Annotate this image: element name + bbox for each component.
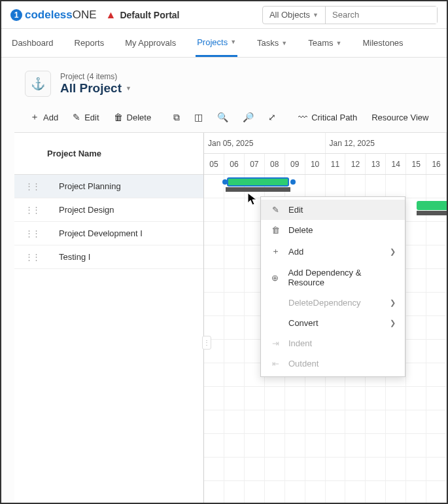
- cm-edit[interactable]: ✎Edit: [261, 200, 405, 220]
- day-header-cell: 07: [245, 154, 265, 174]
- edit-button[interactable]: ✎Edit: [67, 109, 104, 125]
- cm-label: Add: [288, 247, 303, 257]
- day-header-cell: 10: [305, 154, 326, 174]
- task-name: Testing I: [59, 252, 90, 262]
- add-button[interactable]: ＋Add: [25, 109, 63, 126]
- day-header-cell: 06: [224, 154, 245, 174]
- day-header-cell: 13: [366, 154, 386, 174]
- cm-add-dependency[interactable]: ⊕Add Dependency & Resource: [261, 262, 405, 293]
- pane-splitter[interactable]: [204, 133, 209, 503]
- context-menu: ✎Edit 🗑Delete ＋Add❯ ⊕Add Dependency & Re…: [260, 196, 405, 377]
- toolbar: ＋Add ✎Edit 🗑Delete ⧉ ◫ 🔍 🔎 ⤢ 〰Critical P…: [14, 105, 447, 132]
- search-group: All Objects ▼: [262, 6, 438, 24]
- fullscreen-icon: ⤢: [268, 112, 276, 122]
- search-input[interactable]: [326, 7, 437, 24]
- nav-teams[interactable]: Teams▼: [307, 30, 343, 56]
- timeline-row[interactable]: [204, 458, 447, 481]
- page-title: All Project: [60, 81, 122, 96]
- anchor-icon: ⚓: [25, 71, 51, 97]
- week-header: Jan 05, 2025: [204, 133, 326, 153]
- drag-handle-icon[interactable]: ⋮⋮: [25, 205, 39, 215]
- resource-view-button[interactable]: Resource View: [366, 110, 434, 125]
- logo-mark-icon: 1: [10, 9, 22, 21]
- gantt-bar[interactable]: [227, 177, 289, 187]
- btn-label: Add: [43, 113, 58, 122]
- btn-label: Resource View: [371, 113, 428, 122]
- gantt-bar[interactable]: [417, 201, 447, 210]
- cm-label: DeleteDependency: [288, 298, 361, 308]
- cm-label: Indent: [288, 338, 312, 348]
- task-row[interactable]: ⋮⋮Project Design: [14, 198, 203, 222]
- view-selector[interactable]: All Project ▼: [60, 81, 131, 96]
- expand-icon: ⧉: [173, 112, 180, 123]
- plus-icon: ＋: [30, 111, 39, 123]
- day-header-cell: 09: [285, 154, 305, 174]
- task-row[interactable]: ⋮⋮Testing I: [14, 245, 203, 269]
- task-name: Project Design: [59, 205, 114, 215]
- day-header-cell: 14: [386, 154, 406, 174]
- task-list-pane: Project Name ⋮⋮Project Planning ⋮⋮Projec…: [14, 133, 204, 503]
- bar-start-handle[interactable]: [222, 179, 228, 185]
- timeline-row[interactable]: [204, 481, 447, 503]
- top-bar: 1 codelessONE ▲ Default Portal All Objec…: [1, 1, 447, 29]
- cm-add[interactable]: ＋Add❯: [261, 240, 405, 262]
- nav-projects[interactable]: Projects▼: [196, 29, 237, 57]
- task-row[interactable]: ⋮⋮Project Development I: [14, 222, 203, 245]
- portal-icon: ▲: [106, 9, 116, 21]
- fit-button[interactable]: ⤢: [263, 109, 281, 125]
- expand-all-button[interactable]: ⧉: [168, 109, 185, 126]
- activity-icon: 〰: [298, 112, 307, 122]
- outdent-icon: ⇤: [270, 359, 281, 369]
- nav-tasks[interactable]: Tasks▼: [256, 30, 288, 56]
- chevron-right-icon: ❯: [390, 298, 396, 307]
- drag-handle-icon[interactable]: ⋮⋮: [25, 252, 39, 262]
- zoom-in-button[interactable]: 🔍: [212, 109, 233, 125]
- nav-label: Reports: [75, 38, 105, 48]
- task-row[interactable]: ⋮⋮Project Planning: [14, 175, 203, 198]
- cm-label: Add Dependency & Resource: [288, 268, 396, 287]
- drag-handle-icon[interactable]: ⋮⋮: [25, 228, 39, 238]
- zoom-out-icon: 🔎: [243, 112, 254, 122]
- nav-my-approvals[interactable]: My Approvals: [124, 30, 177, 56]
- caret-down-icon: ▼: [281, 40, 287, 46]
- nav-label: Tasks: [257, 38, 279, 48]
- bar-end-handle[interactable]: [290, 179, 296, 185]
- nav-dashboard[interactable]: Dashboard: [10, 30, 55, 56]
- day-header-cell: 16: [426, 154, 447, 174]
- day-header-cell: 11: [326, 154, 346, 174]
- nav-label: Teams: [308, 38, 333, 48]
- trash-icon: 🗑: [114, 112, 123, 122]
- cm-delete[interactable]: 🗑Delete: [261, 220, 405, 240]
- timeline-row[interactable]: [204, 434, 447, 458]
- plus-circle-icon: ⊕: [270, 273, 280, 283]
- column-header-name[interactable]: Project Name: [14, 133, 203, 175]
- main-nav: Dashboard Reports My Approvals Projects▼…: [1, 29, 447, 58]
- app-logo[interactable]: 1 codelessONE: [10, 9, 97, 22]
- delete-button[interactable]: 🗑Delete: [109, 109, 157, 125]
- nav-label: Projects: [197, 37, 228, 47]
- cm-label: Delete: [288, 225, 313, 235]
- week-header: Jan 12, 2025: [326, 133, 447, 153]
- trash-icon: 🗑: [270, 225, 281, 235]
- task-name: Project Development I: [59, 228, 143, 238]
- collapse-all-button[interactable]: ◫: [189, 109, 208, 125]
- drag-handle-icon[interactable]: ⋮⋮: [25, 181, 39, 191]
- timeline-row[interactable]: [204, 387, 447, 410]
- nav-reports[interactable]: Reports: [73, 30, 106, 56]
- critical-path-button[interactable]: 〰Critical Path: [293, 109, 362, 125]
- nav-label: Milestones: [362, 38, 403, 48]
- nav-label: My Approvals: [125, 38, 176, 48]
- cm-convert[interactable]: Convert❯: [261, 313, 405, 333]
- cm-outdent: ⇤Outdent: [261, 353, 405, 374]
- logo-text: codeless: [25, 9, 73, 22]
- plus-icon: ＋: [270, 245, 281, 257]
- zoom-out-button[interactable]: 🔎: [237, 109, 259, 125]
- nav-milestones[interactable]: Milestones: [361, 30, 404, 56]
- chevron-right-icon: ❯: [390, 247, 396, 256]
- task-name: Project Planning: [59, 181, 121, 191]
- cm-indent: ⇥Indent: [261, 333, 405, 353]
- timeline-row[interactable]: [204, 410, 447, 434]
- portal-selector[interactable]: ▲ Default Portal: [106, 9, 180, 21]
- search-scope-dropdown[interactable]: All Objects ▼: [263, 7, 326, 24]
- portal-name: Default Portal: [120, 10, 179, 20]
